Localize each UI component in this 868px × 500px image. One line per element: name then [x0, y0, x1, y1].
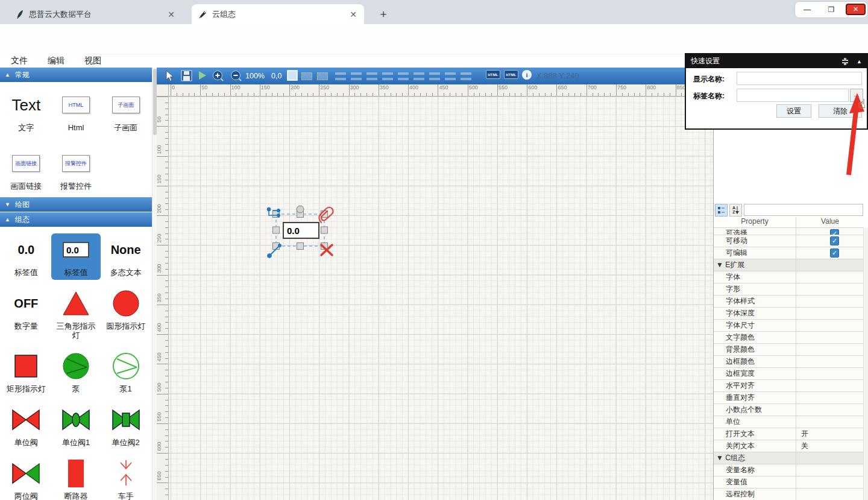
play-icon[interactable]: [198, 70, 207, 81]
palette-item-multistate-text[interactable]: None 多态文本: [101, 233, 151, 280]
pointer-tool-icon[interactable]: [164, 70, 175, 82]
property-value[interactable]: 开: [796, 428, 864, 440]
property-value[interactable]: [796, 296, 864, 307]
property-row[interactable]: 边框颜色: [714, 356, 864, 368]
property-row[interactable]: 文字颜色: [714, 332, 864, 344]
property-value[interactable]: [796, 489, 864, 500]
section-header-general[interactable]: ▲ 常规: [0, 68, 152, 82]
palette-item-valve[interactable]: 单位阀: [1, 403, 51, 450]
property-row[interactable]: 变量名称: [714, 464, 864, 476]
palette-item-screen-link[interactable]: 画面链接 画面链接: [1, 147, 51, 194]
property-row[interactable]: 打开文本开: [714, 428, 864, 440]
palette-item-circle-indicator[interactable]: 圆形指示灯: [101, 287, 151, 343]
property-row[interactable]: 垂直对齐: [714, 392, 864, 404]
palette-item-handcart[interactable]: 车手: [101, 457, 151, 500]
new-tab-button[interactable]: +: [376, 7, 391, 22]
property-row[interactable]: 水平对齐: [714, 380, 864, 392]
palette-item-tag-value[interactable]: 0.0 标签值: [1, 233, 51, 280]
property-row[interactable]: 背景颜色: [714, 344, 864, 356]
property-value[interactable]: 关: [796, 440, 864, 452]
canvas-grid-icon[interactable]: [287, 70, 298, 81]
property-value[interactable]: [796, 320, 864, 331]
palette-item-html[interactable]: HTML Html: [51, 89, 101, 135]
property-row[interactable]: 单位: [714, 416, 864, 428]
categorized-view-icon[interactable]: [715, 204, 728, 217]
palette-item-alarm[interactable]: 报警控件 报警控件: [51, 147, 101, 194]
property-category-row[interactable]: ▼ E扩展: [714, 259, 864, 271]
tab-close-icon[interactable]: ✕: [348, 10, 358, 19]
palette-item-breaker[interactable]: 断路器: [51, 457, 101, 500]
property-value[interactable]: ✓: [796, 229, 864, 235]
set-button[interactable]: 设置: [776, 104, 811, 118]
property-row[interactable]: 可编辑✓: [714, 247, 864, 259]
zoom-in-icon[interactable]: [212, 70, 224, 82]
property-value[interactable]: [796, 259, 864, 271]
property-value[interactable]: ✓: [796, 247, 864, 259]
palette-item-triangle-indicator[interactable]: 三角形指示灯: [51, 287, 101, 343]
zoom-out-icon[interactable]: [230, 70, 242, 82]
property-row[interactable]: 可移动✓: [714, 235, 864, 247]
selected-tag-value-widget[interactable]: 0.0: [283, 222, 319, 239]
property-value[interactable]: [796, 332, 864, 343]
property-value[interactable]: [796, 416, 864, 428]
palette-item-text[interactable]: Text 文字: [1, 89, 51, 135]
checkbox-checked-icon[interactable]: ✓: [830, 229, 839, 235]
palette-item-digital[interactable]: OFF 数字量: [1, 287, 51, 343]
property-value[interactable]: [796, 380, 864, 391]
property-value[interactable]: [796, 308, 864, 319]
browser-tab-1[interactable]: 思普云大数据平台 ✕: [10, 4, 182, 24]
menu-file[interactable]: 文件: [11, 55, 28, 66]
palette-item-pump[interactable]: 泵: [51, 350, 101, 396]
palette-item-valve1[interactable]: 单位阀1: [51, 403, 101, 450]
property-value[interactable]: [796, 271, 864, 283]
palette-item-valve2[interactable]: 单位阀2: [101, 403, 151, 450]
tab-close-icon[interactable]: ✕: [166, 10, 176, 19]
property-row[interactable]: 字体: [714, 271, 864, 283]
ungroup-icon[interactable]: [317, 72, 328, 80]
section-header-scada[interactable]: ▲ 组态: [0, 212, 152, 227]
html-preview-icon[interactable]: HTML: [504, 70, 518, 79]
property-row[interactable]: 关闭文本关: [714, 440, 864, 452]
menu-view[interactable]: 视图: [84, 55, 101, 66]
property-row[interactable]: 可选择✓: [714, 228, 864, 235]
section-header-drawing[interactable]: ▼ 绘图: [0, 197, 152, 212]
property-row[interactable]: 小数点个数: [714, 404, 864, 416]
property-value[interactable]: [796, 392, 864, 403]
property-row[interactable]: 变量值: [714, 476, 864, 489]
sidebar-scrollbar[interactable]: [152, 68, 157, 500]
palette-item-two-way-valve[interactable]: 两位阀: [1, 457, 51, 500]
property-value[interactable]: [796, 452, 864, 464]
checkbox-checked-icon[interactable]: ✓: [830, 236, 839, 245]
property-row[interactable]: 远程控制: [714, 489, 864, 500]
property-value[interactable]: [796, 464, 864, 476]
property-value[interactable]: [796, 356, 864, 367]
property-value[interactable]: [796, 344, 864, 355]
group-icon[interactable]: [301, 72, 312, 80]
browser-tab-2[interactable]: 云组态 ✕: [192, 4, 364, 24]
tag-name-input[interactable]: [737, 89, 849, 102]
minimize-icon[interactable]: —: [800, 5, 814, 14]
property-row[interactable]: 字形: [714, 283, 864, 296]
menu-edit[interactable]: 编辑: [48, 55, 64, 66]
dock-icon[interactable]: [841, 57, 849, 66]
property-value[interactable]: [796, 283, 864, 295]
clear-button[interactable]: 清除: [819, 104, 862, 118]
save-icon[interactable]: [181, 70, 192, 81]
design-canvas[interactable]: 0.0: [169, 97, 713, 500]
display-name-input[interactable]: [737, 72, 862, 85]
property-value[interactable]: [796, 404, 864, 416]
collapse-panel-icon[interactable]: ▲: [857, 59, 862, 65]
restore-icon[interactable]: ❐: [824, 5, 838, 14]
checkbox-checked-icon[interactable]: ✓: [830, 248, 839, 258]
property-value[interactable]: [796, 476, 864, 488]
property-row[interactable]: 边框宽度: [714, 368, 864, 380]
palette-item-square-indicator[interactable]: 矩形指示灯: [1, 350, 51, 396]
palette-item-subscreen[interactable]: 子画面 子画面: [101, 89, 151, 135]
property-value[interactable]: ✓: [796, 235, 864, 247]
property-category-row[interactable]: ▼ C组态: [714, 452, 864, 464]
property-value[interactable]: [796, 368, 864, 379]
property-filter-input[interactable]: [744, 204, 863, 216]
property-row[interactable]: 字体深度: [714, 308, 864, 320]
palette-item-pump-outline[interactable]: 泵1: [101, 350, 151, 396]
property-row[interactable]: 字体样式: [714, 296, 864, 308]
